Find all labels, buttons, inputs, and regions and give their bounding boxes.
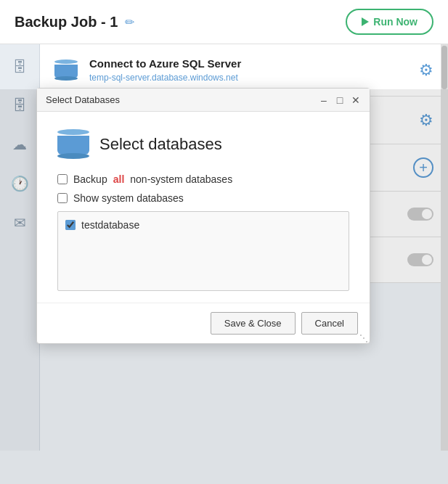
play-icon bbox=[362, 17, 369, 26]
page-header: Backup Job - 1 ✏ Run Now bbox=[0, 0, 448, 44]
cancel-button[interactable]: Cancel bbox=[301, 312, 358, 335]
step-left-connect: Connect to Azure SQL Server temp-sql-ser… bbox=[54, 57, 241, 83]
edit-icon[interactable]: ✏ bbox=[125, 15, 134, 29]
show-system-row: Show system databases bbox=[57, 192, 349, 204]
testdatabase-label: testdatabase bbox=[81, 219, 139, 231]
page-title: Backup Job - 1 bbox=[15, 14, 118, 30]
modal-window-controls: – □ ✕ bbox=[319, 95, 361, 105]
db-list-item-testdatabase: testdatabase bbox=[65, 219, 341, 231]
modal-titlebar: Select Databases – □ ✕ bbox=[37, 89, 370, 112]
modal-body: Select databases Backup all non-system d… bbox=[37, 112, 370, 303]
resize-handle[interactable] bbox=[361, 335, 370, 343]
testdatabase-checkbox[interactable] bbox=[65, 220, 76, 230]
database-list-box: testdatabase bbox=[57, 211, 349, 291]
run-now-button[interactable]: Run Now bbox=[346, 9, 433, 35]
modal-close-button[interactable]: ✕ bbox=[351, 95, 361, 105]
step-connect-info: Connect to Azure SQL Server temp-sql-ser… bbox=[89, 57, 241, 83]
modal-footer: Save & Close Cancel bbox=[37, 303, 370, 343]
connect-db-icon bbox=[54, 60, 78, 81]
backup-all-highlight: all bbox=[113, 173, 125, 185]
show-system-label: Show system databases bbox=[73, 192, 184, 204]
run-now-label: Run Now bbox=[373, 16, 418, 28]
modal-title: Select Databases bbox=[46, 94, 120, 105]
scrollbar-thumb bbox=[441, 46, 447, 89]
show-system-checkbox[interactable] bbox=[57, 193, 68, 203]
modal-heading-area: Select databases bbox=[57, 129, 349, 159]
modal-db-icon bbox=[57, 129, 89, 159]
backup-all-label-suffix: non-system databases bbox=[130, 173, 232, 185]
backup-all-label-prefix: Backup bbox=[73, 173, 107, 185]
modal-heading-text: Select databases bbox=[99, 135, 222, 154]
step-connect-title: Connect to Azure SQL Server bbox=[89, 57, 241, 70]
save-close-button[interactable]: Save & Close bbox=[211, 312, 296, 335]
step-connect-subtitle: temp-sql-server.database.windows.net bbox=[89, 73, 241, 83]
connect-gear-icon[interactable]: ⚙ bbox=[419, 61, 433, 80]
main-content: 🗄 🗄 ☁ 🕐 ✉ Connect to Azure SQL Server te… bbox=[0, 44, 448, 483]
select-databases-modal: Select Databases – □ ✕ Select databases … bbox=[36, 88, 370, 344]
title-area: Backup Job - 1 ✏ bbox=[15, 14, 134, 30]
modal-maximize-button[interactable]: □ bbox=[335, 95, 345, 105]
sidebar-database-icon[interactable]: 🗄 bbox=[12, 59, 27, 75]
backup-all-row: Backup all non-system databases bbox=[57, 173, 349, 185]
modal-minimize-button[interactable]: – bbox=[319, 95, 329, 105]
backup-all-checkbox[interactable] bbox=[57, 174, 68, 184]
